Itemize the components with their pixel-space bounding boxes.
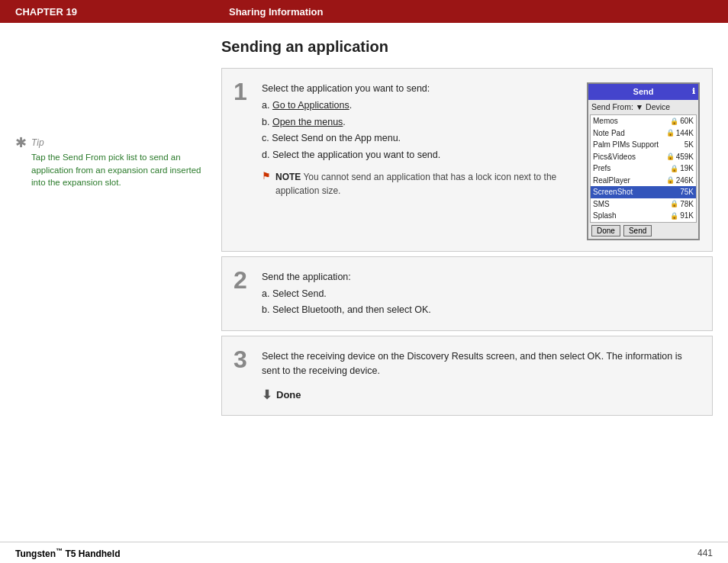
app-name-memos: Memos xyxy=(593,116,618,127)
app-size-prefs: 🔒19K xyxy=(670,163,694,174)
step-1-intro: Select the application you want to send: xyxy=(262,82,575,96)
footer-page-number: 441 xyxy=(697,548,713,558)
lock-icon-realplayer: 🔒 xyxy=(666,175,675,185)
app-size-memos: 🔒60K xyxy=(670,116,694,127)
app-name-sms: SMS xyxy=(593,199,610,210)
step-2-box: 2 Send the application: a. Select Send. … xyxy=(221,256,713,331)
tip-label: Tip xyxy=(31,137,206,148)
footer-brand: Tungsten™ T5 Handheld xyxy=(15,547,120,559)
dialog-header: Send ℹ xyxy=(588,84,698,100)
step-1-note: ⚑ NOTE You cannot send an application th… xyxy=(262,170,575,198)
dialog-done-button[interactable]: Done xyxy=(591,225,620,236)
dialog-buttons: Done Send xyxy=(588,223,698,239)
step-1-number-col: 1 xyxy=(222,69,259,251)
app-size-realplayer: 🔒246K xyxy=(666,175,694,186)
send-dialog: Send ℹ Send From: ▼ Device Memos 🔒60K xyxy=(587,82,700,240)
step-2-content: Send the application: a. Select Send. b.… xyxy=(259,257,712,330)
step-1-text: Select the application you want to send:… xyxy=(262,79,575,240)
step-3-box: 3 Select the receiving device on the Dis… xyxy=(221,336,713,416)
main-content: ✱ Tip Tap the Send From pick list to sen… xyxy=(0,23,728,542)
app-name-prefs: Prefs xyxy=(593,163,610,174)
step-1-item-c: c. Select Send on the App menu. xyxy=(262,131,575,146)
app-row-realplayer: RealPlayer 🔒246K xyxy=(591,175,696,187)
lock-icon-pics: 🔒 xyxy=(666,152,675,161)
chapter-label: CHAPTER 19 xyxy=(15,6,229,18)
app-list: Memos 🔒60K Note Pad 🔒144K Palm PIMs Supp… xyxy=(590,114,697,223)
app-row-pims: Palm PIMs Support 5K xyxy=(591,139,696,151)
app-row-screenshot: ScreenShot 75K xyxy=(591,186,696,198)
app-size-sms: 🔒78K xyxy=(670,199,694,210)
tip-asterisk-icon: ✱ xyxy=(15,136,27,189)
step-3-number-col: 3 xyxy=(222,336,259,415)
app-row-memos: Memos 🔒60K xyxy=(591,115,696,127)
step-1-number: 1 xyxy=(234,79,247,104)
app-name-splash: Splash xyxy=(593,211,617,221)
lock-icon-sms: 🔒 xyxy=(670,199,678,208)
app-size-splash: 🔒91K xyxy=(670,211,694,221)
step-2-item-a: a. Select Send. xyxy=(262,287,700,301)
step-1-box: 1 Select the application you want to sen… xyxy=(221,68,713,252)
app-name-realplayer: RealPlayer xyxy=(593,175,630,186)
step-2-item-b: b. Select Bluetooth, and then select OK. xyxy=(262,303,700,317)
app-row-sms: SMS 🔒78K xyxy=(591,198,696,211)
section-title: Sharing Information xyxy=(229,6,324,18)
step-3-number: 3 xyxy=(234,347,247,372)
step-1-content: Select the application you want to send:… xyxy=(259,69,712,251)
app-row-prefs: Prefs 🔒19K xyxy=(591,162,696,175)
app-row-notepad: Note Pad 🔒144K xyxy=(591,127,696,140)
app-row-splash: Splash 🔒91K xyxy=(591,210,696,222)
tip-text: Tap the Send From pick list to send an a… xyxy=(31,151,206,189)
info-icon: ℹ xyxy=(692,85,695,97)
content-area: Sending an application 1 Select the appl… xyxy=(221,38,728,542)
note-text: NOTE You cannot send an application that… xyxy=(275,170,575,198)
step-1-item-d: d. Select the application you want to se… xyxy=(262,148,575,162)
step-1-layout: Select the application you want to send:… xyxy=(262,79,700,240)
step-2-number: 2 xyxy=(234,268,247,292)
step-3-intro: Select the receiving device on the Disco… xyxy=(262,349,700,378)
step-2-intro: Send the application: xyxy=(262,270,700,285)
app-row-pics: Pics&Videos 🔒459K xyxy=(591,151,696,163)
app-name-screenshot: ScreenShot xyxy=(593,187,633,198)
send-dialog-screenshot: Send ℹ Send From: ▼ Device Memos 🔒60K xyxy=(587,82,700,240)
step-3-content: Select the receiving device on the Disco… xyxy=(259,336,712,415)
tip-content: Tip Tap the Send From pick list to send … xyxy=(31,137,206,189)
sidebar: ✱ Tip Tap the Send From pick list to sen… xyxy=(0,38,221,542)
done-arrow-icon: ⬇ xyxy=(262,386,272,404)
app-size-pims: 5K xyxy=(685,140,694,150)
step-1-item-b: b. Open the menus. xyxy=(262,115,575,130)
page-header: CHAPTER 19 Sharing Information xyxy=(0,0,728,23)
lock-icon-notepad: 🔒 xyxy=(666,128,675,137)
step-1-item-a: a. Go to Applications. xyxy=(262,98,575,113)
page-footer: Tungsten™ T5 Handheld 441 xyxy=(0,542,728,563)
app-name-pims: Palm PIMs Support xyxy=(593,140,659,150)
app-size-notepad: 🔒144K xyxy=(666,128,694,139)
step-2-number-col: 2 xyxy=(222,257,259,330)
app-name-pics: Pics&Videos xyxy=(593,152,636,162)
send-from-row: Send From: ▼ Device xyxy=(588,100,698,115)
done-label: Done xyxy=(276,388,301,403)
lock-icon-splash: 🔒 xyxy=(670,211,678,220)
lock-icon-memos: 🔒 xyxy=(670,117,678,126)
done-row: ⬇ Done xyxy=(262,386,700,404)
app-size-screenshot: 75K xyxy=(680,187,694,198)
app-size-pics: 🔒459K xyxy=(666,152,694,162)
app-name-notepad: Note Pad xyxy=(593,128,625,139)
dialog-send-button[interactable]: Send xyxy=(623,225,652,236)
page-title: Sending an application xyxy=(221,38,713,56)
note-icon: ⚑ xyxy=(262,170,271,183)
tip-block: ✱ Tip Tap the Send From pick list to sen… xyxy=(15,137,206,189)
lock-icon-prefs: 🔒 xyxy=(670,164,678,173)
